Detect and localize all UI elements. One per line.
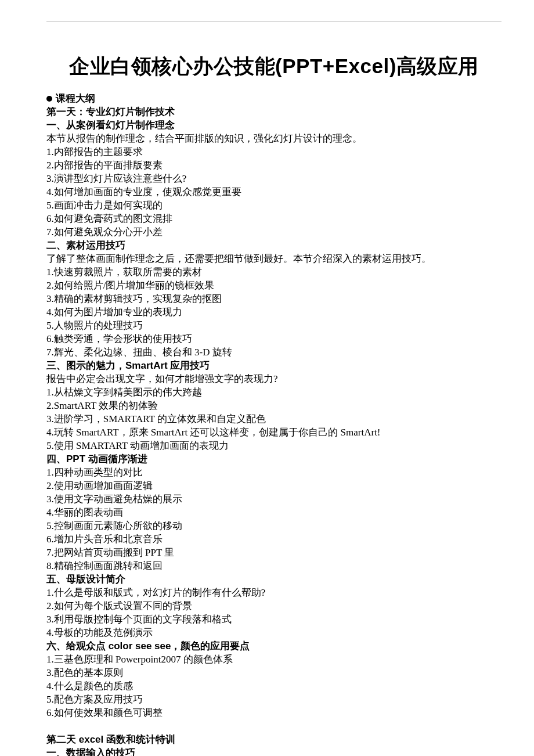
list-item: 5.配色方案及应用技巧 [46, 693, 501, 706]
list-item: 7.如何避免观众分心开小差 [46, 225, 501, 239]
day1-heading: 第一天：专业幻灯片制作技术 [46, 105, 501, 118]
section-heading: 一、从案例看幻灯片制作理念 [46, 118, 501, 132]
list-item: 2.如何给照片/图片增加华丽的镜框效果 [46, 279, 501, 292]
list-item: 5.画面冲击力是如何实现的 [46, 199, 501, 212]
list-item: 5.控制画面元素随心所欲的移动 [46, 519, 501, 532]
list-item: 6.增加片头音乐和北京音乐 [46, 532, 501, 546]
list-item: 2.SmartART 效果的初体验 [46, 399, 501, 412]
list-item: 2.如何为每个版式设置不同的背景 [46, 599, 501, 613]
section-intro: 报告中必定会出现文字，如何才能增强文字的表现力? [46, 372, 501, 386]
day2-heading: 第二天 excel 函数和统计特训 [46, 733, 501, 746]
list-item: 4.什么是颜色的质感 [46, 679, 501, 693]
section-heading: 一、数据输入的技巧 [46, 746, 501, 756]
list-item: 6.如何避免膏药式的图文混排 [46, 212, 501, 225]
list-item: 5.人物照片的处理技巧 [46, 319, 501, 332]
list-item: 3.进阶学习，SMARTART 的立体效果和自定义配色 [46, 412, 501, 426]
list-item: 7.辉光、柔化边缘、扭曲、棱台和 3-D 旋转 [46, 345, 501, 359]
list-item: 1.内部报告的主题要求 [46, 145, 501, 159]
list-item: 6.触类旁通，学会形状的使用技巧 [46, 332, 501, 345]
list-item: 1.快速剪裁照片，获取所需要的素材 [46, 265, 501, 279]
list-item: 2.使用动画增加画面逻辑 [46, 479, 501, 492]
bullet-icon [46, 96, 52, 102]
section-intro: 了解了整体画面制作理念之后，还需要把细节做到最好。本节介绍深入的素材运用技巧。 [46, 252, 501, 265]
list-item: 4.母板的功能及范例演示 [46, 626, 501, 639]
outline-label: 课程大纲 [46, 92, 501, 105]
list-item: 4.如何增加画面的专业度，使观众感觉更重要 [46, 185, 501, 199]
list-item: 3.使用文字动画避免枯燥的展示 [46, 492, 501, 506]
outline-label-text: 课程大纲 [56, 93, 95, 104]
section-heading: 四、PPT 动画循序渐进 [46, 452, 501, 466]
section-heading: 五、母版设计简介 [46, 573, 501, 586]
list-item: 4.玩转 SmartART，原来 SmartArt 还可以这样变，创建属于你自己… [46, 426, 501, 439]
list-item: 3.配色的基本原则 [46, 666, 501, 679]
list-item: 6.如何使效果和颜色可调整 [46, 706, 501, 719]
list-item: 2.内部报告的平面排版要素 [46, 159, 501, 172]
section-intro: 本节从报告的制作理念，结合平面排版的知识，强化幻灯片设计的理念。 [46, 132, 501, 145]
list-item: 4.华丽的图表动画 [46, 506, 501, 519]
list-item: 1.四种动画类型的对比 [46, 466, 501, 479]
list-item: 3.演讲型幻灯片应该注意些什么? [46, 172, 501, 185]
list-item: 7.把网站首页动画搬到 PPT 里 [46, 546, 501, 559]
top-horizontal-rule [46, 21, 501, 21]
list-item: 4.如何为图片增加专业的表现力 [46, 305, 501, 319]
list-item: 1.什么是母版和版式，对幻灯片的制作有什么帮助? [46, 586, 501, 599]
section-heading: 六、给观众点 color see see，颜色的应用要点 [46, 639, 501, 653]
list-item: 8.精确控制画面跳转和返回 [46, 559, 501, 573]
document-page: 企业白领核心办公技能(PPT+Excel)高级应用 课程大纲 第一天：专业幻灯片… [0, 0, 534, 756]
section-heading: 二、素材运用技巧 [46, 239, 501, 252]
document-title: 企业白领核心办公技能(PPT+Excel)高级应用 [46, 53, 501, 80]
list-item: 5.使用 SMARTART 动画增加画面的表现力 [46, 439, 501, 452]
list-item: 1.三基色原理和 Powerpoint2007 的颜色体系 [46, 653, 501, 666]
list-item: 1.从枯燥文字到精美图示的伟大跨越 [46, 386, 501, 399]
section-heading: 三、图示的魅力，SmartArt 应用技巧 [46, 359, 501, 372]
list-item: 3.精确的素材剪辑技巧，实现复杂的抠图 [46, 292, 501, 305]
spacer [46, 719, 501, 733]
list-item: 3.利用母版控制每个页面的文字段落和格式 [46, 613, 501, 626]
